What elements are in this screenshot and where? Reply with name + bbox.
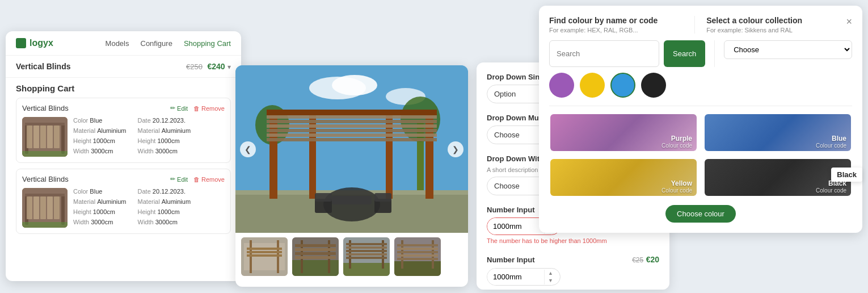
number-input-1-field[interactable] — [487, 218, 544, 235]
cart-item-header: Vertical Blinds ✏ Edit 🗑 Remove — [22, 175, 225, 183]
number-input-2-label: Number Input — [487, 256, 535, 264]
svg-rect-76 — [397, 248, 438, 250]
color-search-title: Find colour by name or code — [549, 16, 683, 25]
vertical-divider-2 — [714, 40, 715, 67]
color-card-yellow-name: Yellow — [671, 179, 692, 187]
svg-rect-34 — [267, 110, 437, 115]
remove-button[interactable]: 🗑 Remove — [193, 104, 225, 112]
cart-item-details: Color Blue Date 20.12.2023. Material Alu… — [73, 117, 191, 157]
svg-rect-38 — [267, 129, 437, 132]
svg-rect-4 — [27, 125, 32, 148]
thumbnail-3[interactable] — [343, 237, 390, 276]
color-search-subtitle: For example: HEX, RAL, RGB... — [549, 27, 683, 34]
remove-button-2[interactable]: 🗑 Remove — [193, 175, 225, 183]
svg-rect-37 — [267, 124, 437, 128]
search-row: Search — [549, 40, 705, 67]
spinner-up-2[interactable]: ▲ — [545, 270, 557, 277]
color-search-input[interactable] — [549, 40, 659, 67]
color-picker-left: Purple Colour code Blue Colour code Yell… — [549, 73, 852, 223]
svg-rect-14 — [27, 196, 32, 219]
color-picker-panel: Find colour by name or code For example:… — [539, 6, 862, 233]
logo-text: logyx — [30, 38, 53, 48]
number-input-2-field[interactable] — [487, 269, 544, 285]
svg-rect-78 — [397, 254, 438, 257]
svg-rect-30 — [269, 111, 277, 199]
svg-rect-6 — [40, 125, 46, 148]
svg-rect-40 — [267, 138, 437, 141]
search-button[interactable]: Search — [664, 40, 705, 67]
svg-rect-17 — [47, 196, 53, 219]
cart-item-body-2: Color Blue Date 20.12.2023. Material Alu… — [22, 188, 225, 228]
prev-arrow[interactable]: ❮ — [240, 141, 256, 157]
color-card-purple-name: Purple — [671, 135, 692, 143]
svg-rect-12 — [61, 194, 65, 225]
svg-rect-75 — [397, 244, 438, 246]
swatch-yellow[interactable] — [580, 73, 605, 98]
svg-rect-60 — [295, 252, 336, 255]
color-card-black-code: Colour code — [816, 187, 846, 194]
detail-row: Width 3000cm — [73, 148, 127, 157]
svg-rect-3 — [25, 123, 65, 125]
svg-rect-70 — [346, 257, 387, 259]
color-card-purple[interactable]: Purple Colour code — [549, 113, 698, 152]
cart-item-actions: ✏ Edit 🗑 Remove — [170, 175, 225, 183]
next-arrow[interactable]: ❯ — [448, 141, 464, 157]
cart-item-actions: ✏ Edit 🗑 Remove — [170, 104, 225, 112]
detail-row: Height 1000cm — [73, 137, 127, 146]
nav-configure[interactable]: Configure — [141, 39, 172, 48]
color-card-blue-name: Blue — [832, 135, 846, 143]
svg-rect-9 — [22, 151, 68, 157]
svg-rect-66 — [346, 243, 387, 245]
color-picker-top: Find colour by name or code For example:… — [549, 16, 852, 34]
svg-rect-18 — [54, 196, 60, 219]
cart-item-image — [22, 117, 68, 157]
thumbnail-4[interactable] — [394, 237, 441, 276]
color-picker-inputs: Search Choose — [549, 40, 852, 67]
svg-rect-7 — [47, 125, 53, 148]
color-card-yellow-code: Colour code — [661, 187, 692, 194]
product-main-image: ❮ ❯ — [235, 65, 468, 233]
svg-rect-39 — [267, 133, 437, 137]
swatch-black[interactable] — [641, 73, 666, 98]
svg-point-22 — [332, 75, 377, 95]
close-button[interactable]: × — [841, 16, 853, 28]
detail-row: Material Aluminium — [73, 127, 127, 136]
nav-models[interactable]: Models — [106, 39, 129, 48]
choose-colour-button[interactable]: Choose colour — [665, 205, 736, 223]
price-row-2: Number Input €25 €20 — [487, 254, 659, 265]
cart-title: Shopping Cart — [16, 83, 231, 93]
color-card-blue[interactable]: Blue Colour code — [703, 113, 852, 152]
svg-rect-55 — [292, 260, 339, 276]
spinner-down-2[interactable]: ▼ — [545, 277, 557, 284]
shopping-cart-panel: logyx Models Configure Shopping Cart Ver… — [6, 31, 241, 281]
swatch-purple[interactable] — [549, 73, 574, 98]
product-thumbnails — [235, 233, 468, 281]
price-chevron: ▾ — [227, 63, 231, 71]
svg-rect-32 — [309, 111, 316, 199]
svg-rect-68 — [346, 250, 387, 252]
cart-item-header: Vertical Blinds ✏ Edit 🗑 Remove — [22, 104, 225, 112]
thumbnail-1[interactable] — [241, 237, 288, 276]
color-grid: Purple Colour code Blue Colour code Yell… — [549, 113, 852, 197]
cart-item: Vertical Blinds ✏ Edit 🗑 Remove — [16, 98, 231, 163]
swatch-blue[interactable] — [610, 73, 635, 98]
svg-rect-16 — [40, 196, 46, 219]
color-collection-title: Select a colour collection — [706, 16, 840, 25]
color-collection-subtitle: For example: Sikkens and RAL — [706, 27, 840, 34]
edit-button-2[interactable]: ✏ Edit — [170, 175, 188, 183]
edit-button[interactable]: ✏ Edit — [170, 104, 188, 112]
panel-title: Vertical Blinds — [16, 62, 70, 71]
collection-select[interactable]: Choose — [724, 40, 852, 59]
nav-shopping-cart[interactable]: Shopping Cart — [184, 39, 231, 48]
number-input-2-price: €25 €20 — [632, 254, 659, 265]
svg-rect-44 — [315, 193, 332, 202]
choose-colour-wrapper: Choose colour — [549, 205, 852, 223]
svg-rect-31 — [425, 111, 433, 199]
color-card-black[interactable]: Black Colour code — [703, 158, 852, 197]
svg-rect-67 — [346, 246, 387, 249]
thumbnail-2[interactable] — [292, 237, 339, 276]
panel-header: Vertical Blinds €250 €240 ▾ — [6, 56, 241, 78]
color-card-yellow[interactable]: Yellow Colour code — [549, 158, 698, 197]
vertical-divider — [694, 16, 695, 34]
detail-row: Color Blue — [73, 117, 127, 126]
